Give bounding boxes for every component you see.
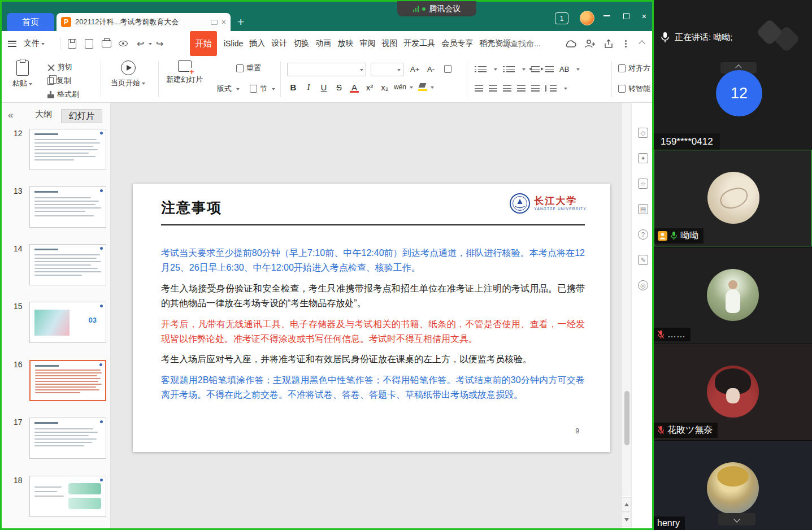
main-menu-button[interactable] [8, 31, 16, 56]
pinyin-guide-button[interactable]: wén [393, 80, 407, 94]
slide-thumbnail[interactable] [29, 476, 106, 517]
collapse-panel-button[interactable]: « [8, 110, 13, 121]
beautify-tool-icon[interactable]: ✦ [638, 153, 648, 163]
locate-tool-icon[interactable]: ◎ [638, 280, 648, 290]
slide-paragraph[interactable]: 开考后，凡带有无线通讯工具、电子存储器及与考试相关的书籍、纸条的，不管是否使用、… [161, 317, 585, 346]
save-button[interactable] [68, 31, 76, 56]
copy-button[interactable]: 复制 [47, 75, 71, 87]
increase-indent-icon[interactable] [545, 66, 554, 72]
tab-view[interactable]: 视图 [381, 38, 397, 49]
tab-member[interactable]: 会员专享 [441, 38, 473, 49]
scrollbar-thumb[interactable] [624, 391, 629, 445]
slide-title[interactable]: 注意事项 [161, 198, 222, 217]
slide-paragraph[interactable]: 考生入场接受身份验证和安全检查，考生只准携带报考点和招生单位在准考证上注明的考试… [161, 281, 585, 311]
clear-format-button[interactable] [444, 63, 451, 75]
share-button[interactable] [603, 31, 614, 56]
maximize-button[interactable] [617, 8, 635, 24]
slide-paragraph[interactable]: 考生入场后应对号入座，并将准考证和有效居民身份证放在课桌的左上方，以便监考员核验… [161, 352, 585, 367]
meeting-topbar-pill[interactable]: 腾讯会议 [397, 1, 476, 16]
slide-thumbnail[interactable] [29, 418, 106, 459]
tab-start[interactable]: 开始 [190, 31, 217, 56]
home-tab[interactable]: 首页 [7, 13, 54, 31]
export-pdf-button[interactable] [85, 31, 93, 56]
decrease-indent-icon[interactable] [531, 66, 540, 72]
notes-tool-icon[interactable]: ✎ [638, 255, 648, 265]
document-tab-close-icon[interactable]: × [222, 18, 226, 27]
close-button[interactable]: × [635, 8, 653, 24]
document-count-badge[interactable]: 1 [555, 12, 568, 24]
tab-islide[interactable]: iSlide [224, 39, 243, 48]
next-slide-button[interactable] [622, 512, 631, 527]
previous-slide-button[interactable] [622, 497, 631, 512]
skin-tool-icon[interactable]: ◇ [638, 128, 648, 138]
tab-animation[interactable]: 动画 [315, 38, 331, 49]
character-border-button[interactable]: AB [559, 65, 569, 73]
search-input[interactable] [510, 39, 550, 48]
file-menu[interactable]: 文件 [24, 31, 45, 56]
font-color-button[interactable]: A [347, 80, 362, 94]
smart-convert-button[interactable]: 转智能 [618, 82, 650, 95]
editing-canvas[interactable]: 注意事项 长江大学 YANGTZE UNIVERSITY 考试当天要 [111, 103, 622, 528]
cut-button[interactable]: 剪切 [47, 61, 72, 73]
slide-thumbnail-selected[interactable] [29, 360, 106, 401]
redo-button[interactable]: ↪ [156, 31, 163, 56]
share-collaborate-button[interactable] [584, 31, 596, 56]
distribute-icon[interactable] [531, 85, 540, 92]
align-center-icon[interactable] [489, 85, 497, 92]
video-tile[interactable]: 呦呦 [654, 150, 812, 246]
highlight-button[interactable] [418, 83, 428, 91]
new-slide-button[interactable]: 新建幻灯片 [166, 60, 203, 85]
superscript-button[interactable]: x² [362, 80, 377, 94]
tab-review[interactable]: 审阅 [359, 38, 375, 49]
slide-paragraph[interactable]: 考试当天要求至少提前80分钟（早上7:10前、中午12:40前）到达考点通道，排… [161, 246, 585, 275]
align-panel-button[interactable]: 对齐方 [618, 62, 650, 75]
slide-paragraph[interactable]: 客观题用2B铅笔填涂作答；主观题用黑色中性笔作答；不得用铅笔作答。考试结束前的3… [161, 373, 585, 402]
command-search[interactable] [502, 31, 550, 56]
font-size-select[interactable] [371, 63, 403, 76]
slide-thumbnail[interactable] [29, 244, 106, 285]
underline-button[interactable]: U [316, 80, 331, 94]
decrease-font-button[interactable]: A- [427, 63, 435, 75]
align-left-icon[interactable] [475, 85, 483, 92]
align-right-icon[interactable] [503, 85, 511, 92]
paste-button[interactable]: 粘贴 [12, 60, 32, 89]
slide-thumbnail[interactable]: 03 [29, 302, 106, 343]
print-button[interactable] [102, 31, 111, 56]
tab-slideshow[interactable]: 放映 [337, 38, 353, 49]
collapse-ribbon-button[interactable] [640, 31, 644, 56]
reset-button[interactable]: 重置 [236, 62, 261, 75]
line-spacing-icon[interactable] [550, 85, 557, 92]
undo-button[interactable]: ↩ [137, 31, 144, 56]
bold-button[interactable]: B [286, 80, 301, 94]
slide-thumbnail[interactable] [29, 186, 106, 228]
tab-insert[interactable]: 插入 [249, 38, 265, 49]
tab-outline[interactable]: 大纲 [35, 109, 52, 120]
video-tile[interactable]: …… [654, 247, 812, 344]
scroll-participants-down-button[interactable] [718, 513, 755, 525]
help-tool-icon[interactable]: ? [638, 229, 648, 240]
subscript-button[interactable]: x₂ [377, 80, 392, 94]
layout-tool-icon[interactable]: ▤ [638, 204, 648, 214]
undo-dropdown[interactable] [147, 31, 152, 56]
italic-button[interactable]: I [301, 80, 316, 94]
format-painter-button[interactable]: 格式刷 [47, 88, 79, 101]
effects-tool-icon[interactable]: ☆ [638, 179, 648, 189]
document-tab[interactable]: P 202112计科...考试考前教育大会 × [57, 13, 231, 31]
layout-button[interactable]: 版式 [217, 82, 240, 95]
more-options-button[interactable] [625, 31, 627, 56]
university-logo[interactable]: 长江大学 YANGTZE UNIVERSITY [509, 193, 587, 214]
slide-thumbnail[interactable] [29, 129, 106, 170]
tab-slides[interactable]: 幻灯片 [61, 109, 102, 123]
play-from-current-button[interactable]: 当页开始 [111, 60, 145, 88]
cloud-sync-button[interactable] [564, 31, 576, 56]
tab-design[interactable]: 设计 [271, 38, 287, 49]
strikethrough-button[interactable]: S [332, 80, 346, 94]
canvas-scrollbar[interactable] [622, 103, 631, 496]
numbered-list-icon[interactable] [506, 66, 515, 72]
print-preview-button[interactable] [119, 31, 128, 56]
minimize-button[interactable] [598, 8, 616, 24]
account-avatar[interactable] [580, 11, 594, 25]
bullet-list-icon[interactable] [478, 66, 487, 72]
section-button[interactable]: 节 [250, 82, 275, 95]
font-family-select[interactable] [287, 63, 366, 76]
